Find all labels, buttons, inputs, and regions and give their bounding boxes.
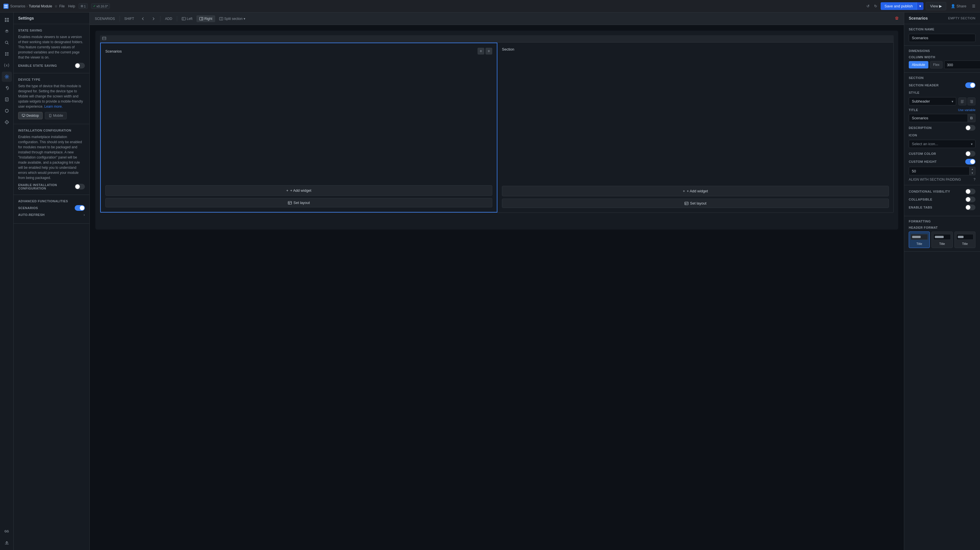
share-button[interactable]: 👤 Share: [948, 3, 969, 10]
sidebar-item-search[interactable]: [2, 38, 12, 48]
state-saving-toggle[interactable]: [75, 63, 85, 69]
svg-rect-21: [200, 18, 203, 20]
height-input-group: ▲ ▼: [909, 167, 975, 175]
shift-btn[interactable]: SHIFT: [121, 15, 137, 22]
column-1-add-btn-2[interactable]: +: [485, 48, 492, 54]
custom-color-toggle[interactable]: [965, 151, 975, 156]
enable-tabs-toggle[interactable]: [965, 204, 975, 210]
format-option-1[interactable]: Title: [909, 231, 930, 248]
favorite-icon[interactable]: ☆: [54, 4, 57, 8]
sidebar-item-layers[interactable]: [2, 26, 12, 37]
absolute-btn[interactable]: Absolute: [909, 61, 928, 69]
section-header-toggle[interactable]: [965, 82, 975, 88]
align-buttons: [958, 97, 975, 105]
device-type-section: DEVICE TYPE Sets the type of device that…: [14, 73, 89, 124]
width-value-input[interactable]: [944, 61, 980, 69]
column-1[interactable]: Scenarios + + + + Add widget: [100, 43, 497, 212]
height-up-btn[interactable]: ▲: [969, 167, 975, 171]
title-input[interactable]: [909, 114, 968, 122]
sidebar-item-export[interactable]: [2, 537, 12, 548]
column-1-add-btn-1[interactable]: +: [477, 48, 484, 54]
installation-toggle[interactable]: [75, 184, 85, 190]
dimensions-group: DIMENSIONS COLUMN WIDTH Absolute Flex ▲ …: [904, 46, 980, 73]
scenarios-tab-btn[interactable]: SCENARIOS: [92, 15, 118, 22]
sidebar-item-gg[interactable]: GG: [2, 526, 12, 536]
desktop-btn[interactable]: Desktop: [18, 112, 43, 119]
auto-refresh-row[interactable]: AUTO-REFRESH ›: [18, 211, 85, 219]
section-header-icon: [102, 37, 106, 41]
breadcrumb-current[interactable]: Tutorial Module: [29, 4, 52, 8]
format-option-2[interactable]: Title: [931, 231, 953, 248]
collapsible-label: COLLAPSIBLE: [909, 198, 932, 201]
help-menu[interactable]: Help: [68, 4, 75, 8]
add-btn[interactable]: ADD: [162, 15, 175, 22]
menu-button[interactable]: ☰: [971, 3, 977, 10]
svg-point-12: [7, 54, 8, 56]
section-group: SECTION SECTION HEADER STYLE Subheader H…: [904, 73, 980, 185]
sidebar-item-pages[interactable]: [2, 94, 12, 105]
svg-rect-20: [182, 18, 185, 20]
column-1-add-widget-btn[interactable]: + + Add widget: [105, 185, 492, 196]
undo-button[interactable]: ↺: [865, 3, 871, 10]
section-name-group: SECTION NAME: [904, 24, 980, 46]
icon-select[interactable]: Select an icon...: [909, 140, 975, 148]
sidebar-item-widgets[interactable]: [2, 49, 12, 59]
section-header-toggle-row: SECTION HEADER: [909, 82, 975, 88]
right-panel: Scenarios EMPTY SECTION SECTION NAME DIM…: [904, 13, 980, 550]
column-2-add-widget-btn[interactable]: + + Add widget: [502, 186, 889, 196]
view-button[interactable]: View ▶: [926, 2, 946, 10]
breadcrumb: Scenarios › Tutorial Module ☆: [10, 4, 57, 8]
right-nav-btn[interactable]: [149, 15, 158, 22]
save-publish-button[interactable]: Save and publish: [881, 2, 917, 10]
sidebar-item-inspect[interactable]: [2, 117, 12, 127]
conditional-visibility-toggle[interactable]: [965, 189, 975, 194]
section-name-input[interactable]: [909, 34, 975, 42]
format-option-2-label: Title: [939, 242, 945, 246]
sidebar-item-history[interactable]: [2, 83, 12, 93]
flex-btn[interactable]: Flex: [930, 61, 943, 69]
use-variable-link[interactable]: Use variable: [958, 108, 975, 112]
align-padding-info[interactable]: ?: [974, 177, 975, 182]
title-bold-btn[interactable]: B: [968, 114, 975, 122]
breadcrumb-parent[interactable]: Scenarios: [10, 4, 25, 8]
version-badge[interactable]: ✓ v0.16.0*: [91, 3, 110, 9]
delete-section-btn[interactable]: [892, 15, 902, 22]
split-section-btn[interactable]: Split section ▾: [216, 15, 248, 22]
custom-height-toggle[interactable]: [965, 159, 975, 164]
format-option-3-label: Title: [962, 242, 968, 246]
format-option-3[interactable]: Title: [955, 231, 975, 248]
right-layout-btn[interactable]: Right: [196, 15, 215, 22]
auto-refresh-label: AUTO-REFRESH: [18, 213, 45, 217]
mobile-btn[interactable]: Mobile: [45, 112, 67, 119]
collapsible-toggle[interactable]: [965, 196, 975, 202]
sidebar-item-module[interactable]: [2, 106, 12, 116]
sidebar-item-grid[interactable]: [2, 15, 12, 25]
left-nav-btn[interactable]: [138, 15, 148, 22]
sidebar-item-settings[interactable]: [2, 72, 12, 82]
format-option-1-preview: [911, 234, 928, 240]
align-left-btn[interactable]: [958, 97, 966, 105]
height-down-btn[interactable]: ▼: [969, 171, 975, 175]
description-toggle[interactable]: [965, 125, 975, 131]
column-1-set-layout-btn[interactable]: Set layout: [105, 198, 492, 207]
height-input[interactable]: [909, 167, 969, 175]
align-right-btn[interactable]: [967, 97, 975, 105]
style-select[interactable]: Subheader Header Title: [909, 97, 956, 105]
sidebar-item-variables[interactable]: {x}: [2, 60, 12, 70]
column-2[interactable]: Section + + Add widget Set layout: [497, 43, 893, 212]
device-type-buttons: Desktop Mobile: [18, 112, 85, 119]
column-2-set-layout-btn[interactable]: Set layout: [502, 199, 889, 208]
save-dropdown-button[interactable]: ▾: [917, 2, 923, 10]
svg-point-19: [50, 116, 51, 117]
scenarios-toggle[interactable]: [75, 205, 85, 211]
module-icon: [3, 4, 8, 9]
left-layout-btn[interactable]: Left: [179, 15, 195, 22]
redo-button[interactable]: ↻: [873, 3, 878, 10]
column-1-content: [105, 58, 492, 180]
version-check-icon: ✓: [93, 4, 95, 8]
file-menu[interactable]: File: [59, 4, 65, 8]
format-preview-bar-2: [935, 236, 943, 238]
section-header-bar: [100, 35, 894, 42]
device-type-link[interactable]: Learn more.: [44, 105, 63, 108]
topbar-left: Scenarios › Tutorial Module ☆ File Help …: [3, 3, 863, 9]
